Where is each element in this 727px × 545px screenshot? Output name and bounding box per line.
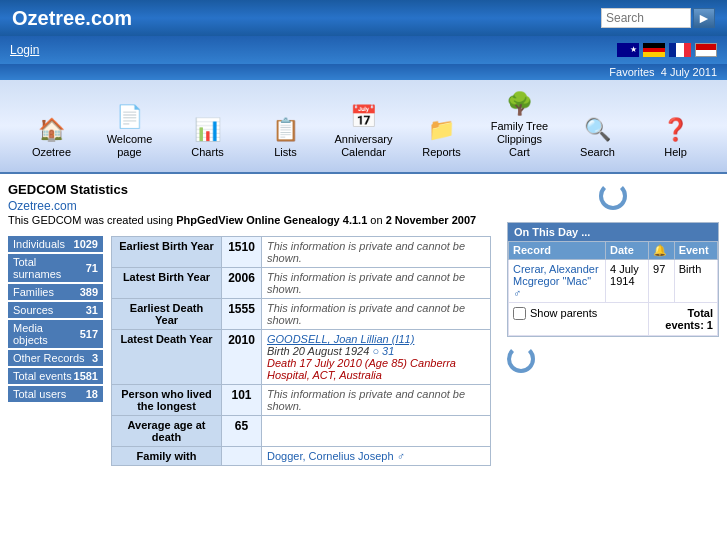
info-cell: This information is private and cannot b… (262, 236, 491, 267)
stat-row: Other Records3 (8, 350, 103, 366)
nav-item-charts[interactable]: 📊 Charts (178, 114, 238, 159)
otd-header: On This Day ... (508, 223, 718, 241)
special-info: GOODSELL, Joan Lillian (I11) Birth 20 Au… (267, 333, 456, 381)
label-cell: Person who lived the longest (112, 384, 222, 415)
show-parents-checkbox[interactable] (513, 307, 526, 320)
stat-value: 389 (80, 286, 98, 298)
show-parents-container: Show parents (513, 307, 644, 320)
nav-item-search[interactable]: 🔍 Search (568, 114, 628, 159)
family-person-link[interactable]: Dogger, Cornelius Joseph ♂ (267, 450, 405, 462)
show-parents-label: Show parents (530, 307, 597, 319)
loading-spinner-bottom (507, 345, 719, 376)
login-link[interactable]: Login (10, 43, 39, 57)
detail-row: Latest Birth Year 2006 This information … (112, 267, 491, 298)
stat-value: 3 (92, 352, 98, 364)
detail-row: Latest Death Year 2010 GOODSELL, Joan Li… (112, 329, 491, 384)
search-bar: ► (601, 8, 715, 28)
flag-germany (643, 43, 665, 57)
private-info: This information is private and cannot b… (267, 271, 465, 295)
left-stats: Individuals1029Total surnames71Families3… (8, 236, 103, 466)
year-cell: 65 (222, 415, 262, 446)
info-cell: This information is private and cannot b… (262, 384, 491, 415)
stat-label: Sources (13, 304, 53, 316)
main-content: GEDCOM Statistics Ozetree.com This GEDCO… (0, 174, 727, 474)
nav-item-welcome[interactable]: 📄 Welcome page (100, 101, 160, 159)
col-bell: 🔔 (649, 241, 675, 259)
ozetree-label: Ozetree (32, 146, 71, 159)
detail-table: Earliest Birth Year 1510 This informatio… (111, 236, 491, 466)
year-cell (222, 446, 262, 465)
familytree-label: Family Tree Clippings Cart (490, 120, 550, 160)
detail-row: Earliest Death Year 1555 This informatio… (112, 298, 491, 329)
nav-item-help[interactable]: ❓ Help (646, 114, 706, 159)
flags (617, 43, 717, 57)
desc-software: PhpGedView Online Genealogy 4.1.1 (176, 214, 367, 226)
death-info: Death 17 July 2010 (Age 85) Canberra Hos… (267, 357, 456, 381)
favorites-label: Favorites (609, 66, 654, 78)
right-stats: Earliest Birth Year 1510 This informatio… (111, 236, 491, 466)
desc-suffix: on (367, 214, 385, 226)
flagbar: Login (0, 36, 727, 64)
label-cell: Latest Birth Year (112, 267, 222, 298)
otd-age: 97 (649, 259, 675, 302)
desc-prefix: This GEDCOM was created using (8, 214, 176, 226)
private-info: This information is private and cannot b… (267, 388, 465, 412)
gedcom-site-link[interactable]: Ozetree.com (8, 199, 491, 213)
label-cell: Latest Death Year (112, 329, 222, 384)
label-cell: Family with (112, 446, 222, 465)
birth-info: Birth 20 August 1924 ○ 31 (267, 345, 394, 357)
stat-value: 1581 (74, 370, 98, 382)
spinner-icon (599, 182, 627, 210)
nav-item-familytree[interactable]: 🌳 Family Tree Clippings Cart (490, 88, 550, 160)
stat-row: Families389 (8, 284, 103, 300)
col-event: Event (674, 241, 717, 259)
stat-value: 18 (86, 388, 98, 400)
reports-icon: 📁 (424, 114, 460, 146)
nav-item-reports[interactable]: 📁 Reports (412, 114, 472, 159)
header: Ozetree.com ► (0, 0, 727, 36)
col-date: Date (606, 241, 649, 259)
stat-label: Families (13, 286, 54, 298)
search-icon: 🔍 (580, 114, 616, 146)
navbar: 🏠 Ozetree 📄 Welcome page 📊 Charts 📋 List… (0, 80, 727, 174)
lists-label: Lists (274, 146, 297, 159)
person-link[interactable]: GOODSELL, Joan Lillian (I11) (267, 333, 414, 345)
nav-item-anniversary[interactable]: 📅 Anniversary Calendar (334, 101, 394, 159)
reports-label: Reports (422, 146, 461, 159)
help-label: Help (664, 146, 687, 159)
year-cell: 1510 (222, 236, 262, 267)
gedcom-title: GEDCOM Statistics (8, 182, 491, 197)
col-record: Record (509, 241, 606, 259)
stat-label: Other Records (13, 352, 85, 364)
right-panel: On This Day ... Record Date 🔔 Event Crer… (499, 182, 719, 466)
info-cell: GOODSELL, Joan Lillian (I11) Birth 20 Au… (262, 329, 491, 384)
search-input[interactable] (601, 8, 691, 28)
otd-name[interactable]: Crerar, Alexander Mcgregor "Mac" (509, 259, 606, 302)
charts-icon: 📊 (190, 114, 226, 146)
stat-label: Total users (13, 388, 66, 400)
year-cell: 2010 (222, 329, 262, 384)
familytree-icon: 🌳 (502, 88, 538, 120)
stat-value: 31 (86, 304, 98, 316)
search-label: Search (580, 146, 615, 159)
year-cell: 1555 (222, 298, 262, 329)
welcome-label: Welcome page (100, 133, 160, 159)
year-cell: 2006 (222, 267, 262, 298)
favorites-date: 4 July 2011 (661, 66, 717, 78)
show-parents-row: Show parents Total events: 1 (509, 302, 718, 335)
charts-label: Charts (191, 146, 223, 159)
stat-label: Total events (13, 370, 72, 382)
nav-item-ozetree[interactable]: 🏠 Ozetree (22, 114, 82, 159)
ozetree-icon: 🏠 (34, 114, 70, 146)
stat-label: Media objects (13, 322, 80, 346)
site-title: Ozetree.com (12, 7, 132, 30)
favorites-bar: Favorites 4 July 2011 (0, 64, 727, 80)
stat-value: 71 (86, 262, 98, 274)
loading-spinner-top (507, 182, 719, 216)
stat-row: Total users18 (8, 386, 103, 402)
total-events: Total events: 1 (649, 302, 718, 335)
stat-value: 1029 (74, 238, 98, 250)
search-button[interactable]: ► (693, 8, 715, 28)
label-cell: Earliest Birth Year (112, 236, 222, 267)
nav-item-lists[interactable]: 📋 Lists (256, 114, 316, 159)
